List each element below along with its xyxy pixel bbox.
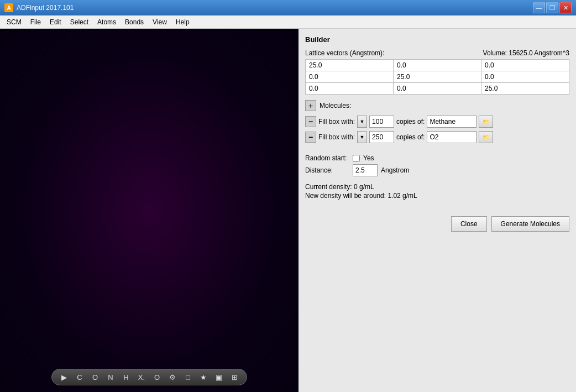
lattice-label: Lattice vectors (Angstrom): xyxy=(305,49,384,57)
menu-item-bonds[interactable]: Bonds xyxy=(121,17,148,27)
viewport-toolbar-btn-6[interactable]: O xyxy=(151,372,163,383)
browse-molecule-button-1[interactable]: 📁 xyxy=(479,131,493,143)
restore-button[interactable]: ❐ xyxy=(546,2,558,13)
molecule-row: −Fill box with:▼copies of:📁 xyxy=(305,131,569,143)
bottom-buttons: Close Generate Molecules xyxy=(305,211,569,232)
copies-of-label: copies of: xyxy=(396,133,425,141)
fill-box-label: Fill box with: xyxy=(318,133,355,141)
remove-molecule-button-0[interactable]: − xyxy=(305,116,316,127)
copies-input-1[interactable] xyxy=(369,131,394,143)
lattice-input-0-2[interactable] xyxy=(484,61,567,70)
builder-title: Builder xyxy=(305,35,569,44)
generate-molecules-button[interactable]: Generate Molecules xyxy=(491,216,569,232)
molecules-label: Molecules: xyxy=(320,102,351,109)
remove-molecule-button-1[interactable]: − xyxy=(305,132,316,143)
viewport-toolbar-btn-3[interactable]: N xyxy=(105,372,116,383)
browse-molecule-button-0[interactable]: 📁 xyxy=(479,116,493,128)
copies-input-0[interactable] xyxy=(369,116,394,128)
molecule-name-input-0[interactable] xyxy=(427,116,476,128)
random-start-checkbox[interactable] xyxy=(353,155,360,162)
3d-viewport[interactable]: ▶CONHX.O⚙□★▣⊞ xyxy=(0,29,299,392)
viewport-toolbar-btn-4[interactable]: H xyxy=(121,372,132,383)
current-density-label: Current density: 0 g/mL xyxy=(305,183,569,191)
menu-item-view[interactable]: View xyxy=(148,17,171,27)
main-content: ▶CONHX.O⚙□★▣⊞ Builder Lattice vectors (A… xyxy=(0,29,576,392)
menu-item-edit[interactable]: Edit xyxy=(45,17,66,27)
builder-panel: Builder Lattice vectors (Angstrom): Volu… xyxy=(299,29,576,392)
menu-item-atoms[interactable]: Atoms xyxy=(93,17,121,27)
lattice-input-0-0[interactable] xyxy=(308,61,391,70)
random-start-label: Random start: xyxy=(305,154,349,162)
menu-item-scm[interactable]: SCM xyxy=(2,17,26,27)
molecules-header: + Molecules: xyxy=(305,100,569,111)
fill-type-dropdown-0[interactable]: ▼ xyxy=(357,116,367,128)
minimize-button[interactable]: — xyxy=(533,2,545,13)
angstrom-label: Angstrom xyxy=(381,166,409,174)
close-button[interactable]: Close xyxy=(451,216,487,232)
add-molecule-button[interactable]: + xyxy=(305,100,316,111)
lattice-input-2-2[interactable] xyxy=(484,84,567,93)
close-window-button[interactable]: ✕ xyxy=(559,2,572,13)
volume-label: Volume: 15625.0 Angstrom^3 xyxy=(483,49,569,57)
lattice-input-2-0[interactable] xyxy=(308,84,391,93)
menu-item-file[interactable]: File xyxy=(26,17,45,27)
viewport-toolbar-btn-1[interactable]: C xyxy=(74,372,85,383)
random-start-row: Random start: Yes xyxy=(305,154,569,162)
molecule-rows-container: −Fill box with:▼copies of:📁−Fill box wit… xyxy=(305,116,569,143)
title-bar-left: A ADFinput 2017.101 xyxy=(4,3,74,12)
distance-label: Distance: xyxy=(305,166,349,174)
lattice-input-1-2[interactable] xyxy=(484,72,567,81)
fill-box-label: Fill box with: xyxy=(318,118,355,126)
new-density-label: New density will be around: 1.02 g/mL xyxy=(305,192,569,200)
menu-item-select[interactable]: Select xyxy=(66,17,93,27)
molecule-row: −Fill box with:▼copies of:📁 xyxy=(305,116,569,128)
menu-bar: SCMFileEditSelectAtomsBondsViewHelp xyxy=(0,15,576,29)
copies-of-label: copies of: xyxy=(396,118,425,126)
lattice-input-1-1[interactable] xyxy=(396,72,479,81)
menu-item-help[interactable]: Help xyxy=(171,17,194,27)
viewport-toolbar-btn-10[interactable]: ▣ xyxy=(213,372,224,383)
lattice-section-label: Lattice vectors (Angstrom): Volume: 1562… xyxy=(305,49,569,57)
options-section: Random start: Yes Distance: Angstrom xyxy=(305,154,569,176)
viewport-toolbar-btn-5[interactable]: X. xyxy=(136,372,147,383)
lattice-input-1-0[interactable] xyxy=(308,72,391,81)
viewport-toolbar-btn-0[interactable]: ▶ xyxy=(59,372,70,383)
app-icon: A xyxy=(4,3,13,12)
viewport-toolbar-btn-2[interactable]: O xyxy=(90,372,101,383)
viewport-toolbar-btn-9[interactable]: ★ xyxy=(198,372,209,383)
distance-input[interactable] xyxy=(353,164,378,176)
viewport-toolbar-btn-7[interactable]: ⚙ xyxy=(167,372,178,383)
distance-row: Distance: Angstrom xyxy=(305,164,569,176)
window-title: ADFinput 2017.101 xyxy=(17,4,74,12)
title-bar-controls: — ❐ ✕ xyxy=(533,2,572,13)
fill-type-dropdown-1[interactable]: ▼ xyxy=(357,131,367,143)
lattice-input-2-1[interactable] xyxy=(396,84,479,93)
molecule-name-input-1[interactable] xyxy=(427,131,476,143)
yes-label: Yes xyxy=(363,154,374,162)
viewport-toolbar-btn-8[interactable]: □ xyxy=(182,372,193,383)
viewport-toolbar: ▶CONHX.O⚙□★▣⊞ xyxy=(51,369,247,385)
viewport-toolbar-btn-11[interactable]: ⊞ xyxy=(229,372,240,383)
lattice-input-0-1[interactable] xyxy=(396,61,479,70)
density-section: Current density: 0 g/mL New density will… xyxy=(305,183,569,200)
title-bar: A ADFinput 2017.101 — ❐ ✕ xyxy=(0,0,576,15)
lattice-table xyxy=(305,59,569,95)
